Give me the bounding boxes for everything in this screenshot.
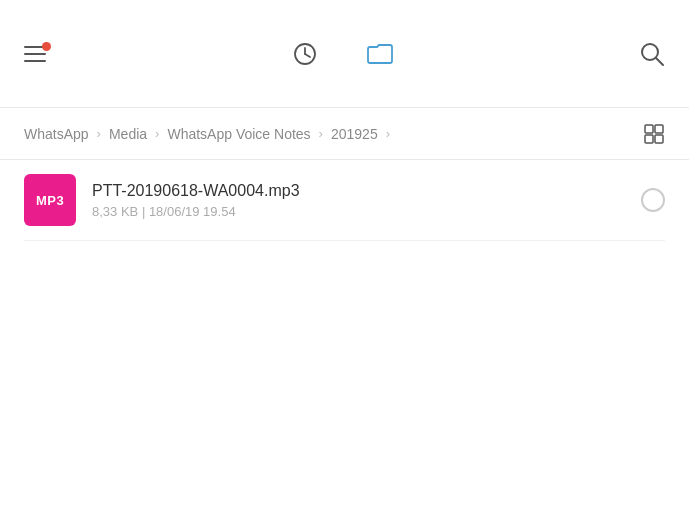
notification-dot [42, 42, 51, 51]
grid-view-button[interactable] [643, 123, 665, 145]
file-list: MP3 PTT-20190618-WA0004.mp3 8,33 KB | 18… [0, 160, 689, 241]
breadcrumb-media[interactable]: Media [109, 126, 147, 142]
file-select-radio[interactable] [641, 188, 665, 212]
file-name: PTT-20190618-WA0004.mp3 [92, 182, 625, 200]
breadcrumb-voice-notes[interactable]: WhatsApp Voice Notes [167, 126, 310, 142]
file-thumbnail: MP3 [24, 174, 76, 226]
search-button[interactable] [639, 41, 665, 67]
breadcrumb-whatsapp[interactable]: WhatsApp [24, 126, 89, 142]
svg-line-2 [305, 54, 310, 57]
svg-rect-5 [645, 125, 653, 133]
svg-rect-8 [655, 135, 663, 143]
svg-line-4 [656, 58, 663, 65]
breadcrumb-sep-3: › [319, 126, 323, 141]
file-meta-separator: | [142, 204, 149, 219]
toolbar-center [292, 41, 394, 67]
file-size: 8,33 KB [92, 204, 138, 219]
folder-button[interactable] [366, 41, 394, 67]
toolbar-left [24, 46, 46, 62]
breadcrumb: WhatsApp › Media › WhatsApp Voice Notes … [0, 108, 689, 160]
toolbar [0, 0, 689, 108]
file-info: PTT-20190618-WA0004.mp3 8,33 KB | 18/06/… [92, 182, 625, 219]
clock-button[interactable] [292, 41, 318, 67]
svg-rect-7 [645, 135, 653, 143]
file-meta: 8,33 KB | 18/06/19 19.54 [92, 204, 625, 219]
breadcrumb-sep-2: › [155, 126, 159, 141]
file-type-badge: MP3 [36, 193, 64, 208]
file-date: 18/06/19 19.54 [149, 204, 236, 219]
file-item[interactable]: MP3 PTT-20190618-WA0004.mp3 8,33 KB | 18… [24, 160, 665, 241]
svg-rect-6 [655, 125, 663, 133]
breadcrumb-sep-1: › [97, 126, 101, 141]
breadcrumb-folder[interactable]: 201925 [331, 126, 378, 142]
breadcrumb-sep-4: › [386, 126, 390, 141]
